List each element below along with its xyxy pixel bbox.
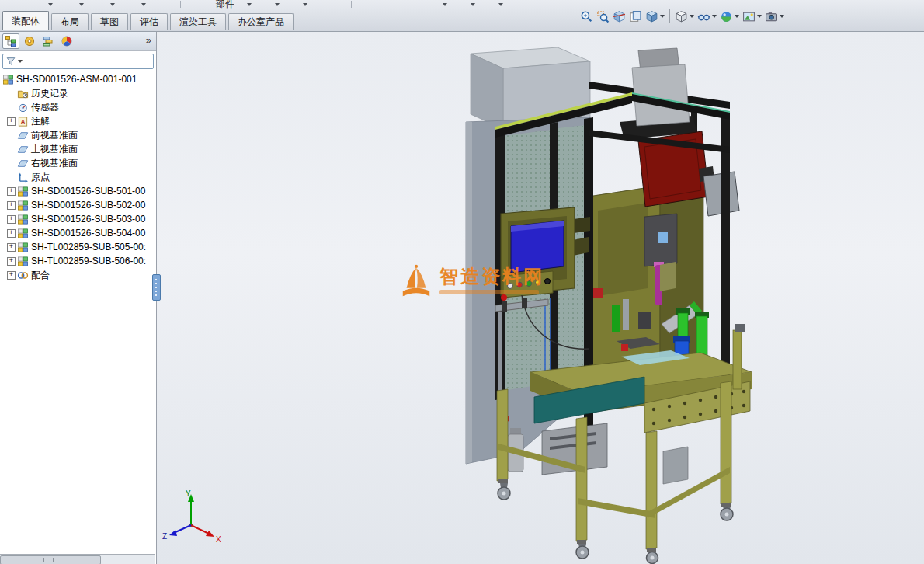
tree-item[interactable]: 注解 (0, 114, 156, 128)
headsup-button[interactable] (611, 9, 627, 24)
command-tab-label: 渲染工具 (179, 16, 217, 29)
headsup-button[interactable] (644, 9, 666, 24)
headsup-button[interactable] (718, 9, 741, 24)
triad-x-label: X (216, 535, 221, 544)
expand-toggle[interactable] (7, 243, 16, 252)
dropdown-caret[interactable] (757, 15, 762, 18)
tree-item[interactable]: 前视基准面 (0, 128, 156, 142)
toolbar-fragment[interactable] (110, 2, 115, 6)
toolbar-fragment[interactable] (247, 2, 252, 6)
view-orientation-icon (645, 10, 658, 23)
headsup-button[interactable] (763, 9, 786, 24)
filter-dropdown-caret[interactable] (18, 60, 23, 63)
tree-item[interactable]: SH-TL002859-SUB-506-00: (0, 254, 156, 268)
manager-tab[interactable] (40, 33, 57, 49)
drawing-3d-icon (629, 10, 642, 23)
dropdown-caret[interactable] (712, 15, 717, 18)
tree-item[interactable]: SH-SD001526-SUB-504-00 (0, 226, 156, 240)
panel-horizontal-scrollbar[interactable] (0, 554, 155, 564)
tree-item[interactable]: 上视基准面 (0, 142, 156, 156)
toolbar-fragment[interactable] (141, 2, 146, 6)
sensors-icon (17, 102, 29, 113)
tree-item-label: 传感器 (31, 101, 59, 114)
tree-item[interactable]: SH-TL002859-SUB-505-00: (0, 240, 156, 254)
command-tab[interactable]: 渲染工具 (170, 13, 226, 30)
tree-item[interactable]: 右视基准面 (0, 156, 156, 170)
command-tab[interactable]: 布局 (51, 13, 89, 30)
command-tab[interactable]: 办公室产品 (228, 13, 294, 30)
tree-item[interactable]: 配合 (0, 268, 156, 282)
configuration-manager-icon (42, 35, 54, 47)
toolbar-fragment[interactable] (48, 2, 53, 6)
tree-item[interactable]: SH-SD001526-SUB-502-00 (0, 198, 156, 212)
command-tab[interactable]: 评估 (130, 13, 168, 30)
panel-overflow-chevron[interactable]: » (146, 34, 151, 46)
toolbar-fragment[interactable] (79, 2, 84, 6)
expand-toggle[interactable] (7, 271, 16, 280)
tree-item-label: SH-SD001526-SUB-503-00 (31, 214, 145, 225)
assembly-icon (17, 186, 29, 197)
headsup-button[interactable] (741, 9, 763, 24)
tree-item-label: 原点 (31, 171, 50, 184)
tree-item[interactable]: SH-SD001526-ASM-001-001 (0, 72, 156, 86)
command-tab[interactable]: 草图 (91, 13, 128, 30)
tree-item[interactable]: 历史记录 (0, 86, 156, 100)
assembly-icon (2, 74, 14, 85)
zoom-fit-icon (580, 10, 593, 23)
tree-item-label: SH-TL002859-SUB-505-00: (31, 242, 146, 252)
tree-item-label: SH-SD001526-ASM-001-001 (16, 74, 137, 85)
headsup-button[interactable] (673, 9, 696, 24)
plane-icon (17, 158, 29, 169)
manager-tab[interactable] (58, 33, 75, 49)
dropdown-caret[interactable] (660, 15, 665, 18)
tree-item-label: 上视基准面 (31, 143, 78, 156)
panel-splitter-handle[interactable] (152, 274, 161, 301)
tree-item[interactable]: SH-SD001526-SUB-503-00 (0, 212, 156, 226)
expand-toggle[interactable] (7, 215, 16, 224)
plane-icon (17, 130, 29, 141)
orientation-triad: Y X Z (160, 488, 224, 552)
filter-funnel-icon (5, 56, 16, 67)
dropdown-caret[interactable] (735, 15, 739, 18)
command-tab-label: 草图 (100, 16, 119, 29)
expand-toggle[interactable] (7, 201, 16, 210)
tree-item[interactable]: 原点 (0, 170, 156, 184)
dropdown-caret[interactable] (690, 15, 694, 18)
viewport-3d[interactable]: 智造资料网 Y X Z (157, 32, 924, 564)
plane-icon (17, 144, 29, 155)
command-manager: 部件 装配体 布局 草图 (0, 0, 924, 32)
headsup-button[interactable] (595, 9, 611, 24)
toolbar-fragment[interactable] (443, 2, 447, 6)
toolbar-fragment[interactable] (471, 2, 475, 6)
tree-filter-box[interactable] (2, 54, 154, 69)
headsup-button[interactable] (578, 9, 595, 24)
watermark-text: 智造资料网 (439, 266, 544, 287)
headsup-button[interactable] (627, 9, 644, 24)
toolbar-separator (351, 1, 352, 8)
manager-tab[interactable] (2, 33, 19, 49)
expand-toggle[interactable] (7, 229, 16, 238)
expand-toggle[interactable] (7, 257, 16, 266)
command-tab[interactable]: 装配体 (2, 11, 49, 30)
manager-tab[interactable] (21, 33, 38, 49)
section-view-icon (613, 10, 626, 23)
tree-item[interactable]: 传感器 (0, 100, 156, 114)
watermark: 智造资料网 (399, 262, 544, 302)
toolbar-fragment[interactable] (275, 2, 280, 6)
tree-item[interactable]: SH-SD001526-SUB-501-00 (0, 184, 156, 198)
tree-item-label: 右视基准面 (31, 157, 78, 170)
scrollbar-thumb[interactable] (0, 555, 101, 564)
toolbar-fragment-label[interactable]: 部件 (216, 0, 234, 9)
headsup-button[interactable] (696, 9, 718, 24)
zoom-area-icon (596, 10, 610, 23)
dropdown-caret[interactable] (780, 15, 784, 18)
toolbar-fragment[interactable] (303, 2, 307, 6)
toolbar-fragment[interactable] (498, 2, 503, 6)
command-tab-label: 办公室产品 (238, 16, 284, 29)
expand-toggle[interactable] (7, 117, 16, 126)
tree-item-label: 注解 (31, 115, 50, 128)
tree-item-label: SH-TL002859-SUB-506-00: (31, 256, 146, 266)
hide-show-items-icon (697, 10, 710, 23)
expand-toggle[interactable] (7, 187, 16, 196)
command-tab-label: 评估 (140, 16, 158, 29)
